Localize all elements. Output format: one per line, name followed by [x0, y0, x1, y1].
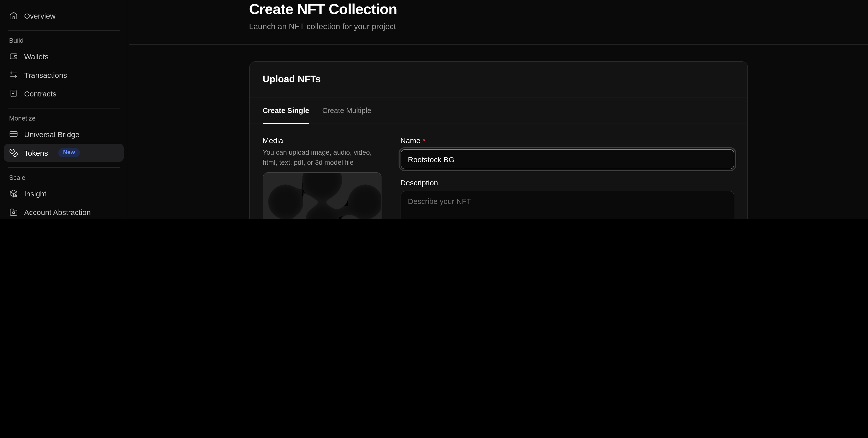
sidebar-item-label: Contracts [24, 89, 56, 98]
credit-card-icon [9, 130, 18, 139]
sidebar-section-title: Monetize [9, 114, 119, 122]
sidebar-main-nav: OverviewBuildWalletsTransactionsContract… [0, 6, 128, 219]
page-title: Create NFT Collection [249, 1, 748, 18]
divider [8, 108, 120, 108]
sidebar-item-label: Overview [24, 11, 56, 20]
media-upload-preview[interactable] [262, 172, 381, 219]
sidebar-item-label: Account Abstraction [24, 208, 91, 216]
required-marker: * [423, 136, 426, 145]
media-description: You can upload image, audio, video, html… [262, 148, 380, 167]
nft-form: Media You can upload image, audio, video… [250, 124, 747, 219]
divider [8, 30, 120, 31]
arrows-left-right-icon [9, 70, 18, 79]
sidebar-item-label: Tokens [24, 148, 48, 157]
card-heading: Upload NFTs [262, 74, 734, 85]
contract-icon [9, 89, 18, 98]
sidebar-item-overview[interactable]: Overview [4, 6, 124, 25]
tab-create-single[interactable]: Create Single [262, 97, 309, 124]
media-column: Media You can upload image, audio, video… [262, 136, 380, 219]
name-label-text: Name [400, 136, 421, 145]
divider [8, 167, 120, 168]
description-label: Description [400, 178, 734, 187]
page-subtitle: Launch an NFT collection for your projec… [249, 22, 748, 31]
sidebar-item-label: Wallets [24, 52, 49, 61]
folder-lock-icon [9, 207, 18, 216]
sidebar-item-insight[interactable]: Insight [4, 184, 124, 202]
home-icon [9, 11, 18, 20]
fields-column: Name* Description [400, 136, 734, 219]
nft-preview-image [263, 173, 381, 219]
name-input[interactable] [400, 149, 734, 169]
card-header: Upload NFTs [250, 62, 747, 97]
box-search-icon [9, 189, 18, 198]
coins-icon [9, 148, 18, 157]
sidebar-item-account-abstraction[interactable]: Account Abstraction [4, 203, 124, 219]
sidebar-item-transactions[interactable]: Transactions [4, 66, 124, 84]
sidebar-section-title: Build [9, 37, 119, 44]
sidebar-item-wallets[interactable]: Wallets [4, 47, 124, 65]
sidebar-item-label: Insight [24, 189, 46, 198]
name-label: Name* [400, 136, 426, 145]
sidebar-item-label: Universal Bridge [24, 130, 80, 138]
upload-nfts-card: Upload NFTs Create SingleCreate Multiple… [249, 61, 748, 219]
sidebar-section-title: Scale [9, 174, 119, 181]
sidebar-item-universal-bridge[interactable]: Universal Bridge [4, 125, 124, 143]
main-area: Create NFT Collection Launch an NFT coll… [129, 0, 868, 219]
new-badge: New [58, 148, 80, 158]
sidebar-item-tokens[interactable]: TokensNew [4, 144, 124, 162]
page-header: Create NFT Collection Launch an NFT coll… [129, 0, 868, 45]
media-label: Media [262, 136, 380, 145]
sidebar-item-contracts[interactable]: Contracts [4, 85, 124, 102]
app-root: OverviewBuildWalletsTransactionsContract… [0, 0, 868, 219]
description-textarea[interactable] [400, 191, 734, 219]
tabs: Create SingleCreate Multiple [250, 97, 747, 124]
sidebar-item-label: Transactions [24, 71, 67, 79]
wallet-icon [9, 52, 18, 61]
tab-create-multiple[interactable]: Create Multiple [322, 97, 371, 124]
sidebar: OverviewBuildWalletsTransactionsContract… [0, 0, 128, 219]
